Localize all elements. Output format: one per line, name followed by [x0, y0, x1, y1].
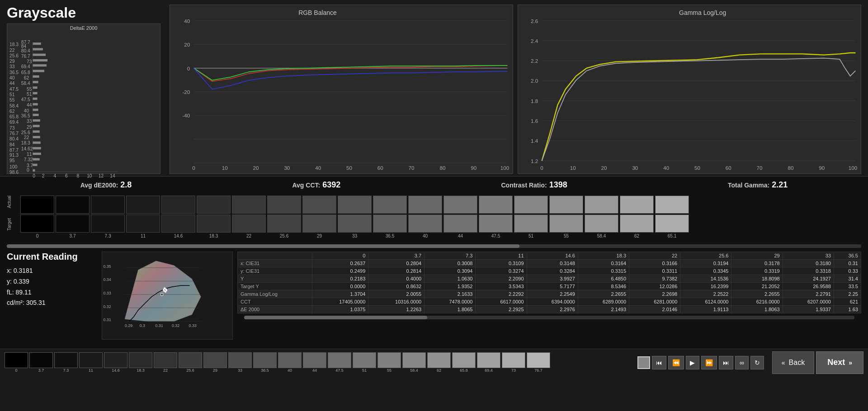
control-swatch[interactable] — [527, 352, 550, 368]
data-table: 03.77.31114.618.32225.6293336.5x: CIE310… — [237, 252, 861, 313]
table-cell: 0.3319 — [731, 267, 783, 275]
rewind-btn[interactable]: ⏮ — [652, 356, 666, 369]
control-swatch-group[interactable]: 47.5 — [328, 352, 351, 373]
swatch-actual — [549, 196, 583, 214]
control-swatch-group[interactable]: 25.6 — [179, 352, 202, 373]
control-swatch[interactable] — [402, 352, 426, 368]
control-swatch[interactable] — [104, 352, 127, 368]
svg-rect-52 — [33, 64, 47, 66]
control-swatch[interactable] — [79, 352, 103, 368]
svg-rect-42 — [33, 119, 40, 121]
control-swatch-group[interactable]: 73 — [502, 352, 525, 373]
table-cell: 2.2655 — [731, 290, 783, 298]
control-swatch-label: 76.7 — [534, 368, 542, 373]
back-button[interactable]: « Back — [772, 351, 814, 374]
swatch-actual — [20, 196, 54, 214]
control-swatch[interactable] — [29, 352, 53, 368]
control-swatch-group[interactable]: 62 — [427, 352, 451, 373]
svg-rect-51 — [33, 70, 44, 72]
control-swatch[interactable] — [179, 352, 202, 368]
swatch-target — [620, 215, 654, 233]
control-swatch[interactable] — [328, 352, 351, 368]
control-swatch[interactable] — [203, 352, 227, 368]
svg-text:8: 8 — [77, 173, 80, 178]
next-button[interactable]: Next » — [816, 351, 863, 374]
control-swatch-group[interactable]: 69.4 — [477, 352, 500, 373]
control-swatch-group[interactable]: 58.4 — [402, 352, 426, 373]
control-swatch[interactable] — [303, 352, 326, 368]
control-swatch-group[interactable]: 18.3 — [129, 352, 152, 373]
table-cell: 33.5 — [834, 283, 861, 290]
control-swatch-group[interactable]: 33 — [228, 352, 252, 373]
table-row: x: CIE310.26370.28040.30080.31090.31480.… — [238, 260, 861, 267]
swatches-scrollbar[interactable] — [0, 243, 868, 249]
table-cell: 10316.0000 — [368, 298, 425, 306]
control-swatch[interactable] — [129, 352, 152, 368]
control-swatch[interactable] — [353, 352, 376, 368]
control-swatch[interactable] — [477, 352, 500, 368]
svg-rect-53 — [33, 59, 47, 61]
control-swatch-group[interactable]: 3.7 — [29, 352, 53, 373]
control-swatch-group[interactable]: 0 — [5, 352, 28, 373]
swatch-target — [549, 215, 583, 233]
control-swatch-group[interactable]: 51 — [353, 352, 376, 373]
control-swatch-group[interactable]: 76.7 — [527, 352, 550, 373]
svg-text:29: 29 — [27, 125, 32, 130]
svg-text:90: 90 — [471, 165, 476, 171]
svg-text:69.4: 69.4 — [9, 120, 19, 125]
swatch-target — [197, 215, 231, 233]
table-cell: 0.3008 — [425, 260, 476, 267]
swatch-actual — [197, 196, 231, 214]
control-swatch[interactable] — [228, 352, 252, 368]
table-cell: 0.4000 — [368, 275, 425, 283]
fl-value: fL: 89.11 — [7, 287, 97, 298]
control-swatch[interactable] — [5, 352, 28, 368]
control-swatch[interactable] — [427, 352, 451, 368]
control-swatch-group[interactable]: 11 — [79, 352, 103, 373]
control-swatch-group[interactable]: 36.5 — [253, 352, 277, 373]
control-swatch-label: 29 — [213, 368, 217, 373]
control-swatch-group[interactable]: 29 — [203, 352, 227, 373]
swatch-column: 55 — [549, 196, 583, 238]
control-swatch-group[interactable]: 44 — [303, 352, 326, 373]
cd-value: cd/m²: 305.31 — [7, 298, 97, 308]
forward-frame-btn[interactable]: ⏩ — [701, 356, 717, 369]
svg-text:80: 80 — [439, 165, 445, 171]
control-swatch-group[interactable]: 7.3 — [54, 352, 78, 373]
control-swatch[interactable] — [502, 352, 525, 368]
control-swatch[interactable] — [377, 352, 401, 368]
table-cell: 0.3094 — [425, 267, 476, 275]
swatches-section: Actual Target 03.77.31114.618.32225.6293… — [0, 193, 868, 243]
control-swatch-group[interactable]: 14.6 — [104, 352, 127, 373]
deltae-chart: 0 3.7 7.32 11 14.62 18.3 22 25.6 29 33 3… — [7, 32, 160, 182]
table-cell: 2.0146 — [629, 306, 680, 313]
play-btn[interactable]: ▶ — [686, 356, 699, 369]
control-swatch[interactable] — [54, 352, 78, 368]
refresh-btn[interactable]: ↻ — [750, 356, 764, 369]
control-swatch[interactable] — [278, 352, 302, 368]
control-swatch-group[interactable]: 65.8 — [452, 352, 476, 373]
svg-text:50: 50 — [346, 165, 352, 171]
table-cell: 1.8065 — [425, 306, 476, 313]
infinity-btn[interactable]: ∞ — [735, 356, 749, 369]
table-scrollbar[interactable] — [237, 314, 861, 321]
control-swatch-group[interactable]: 55 — [377, 352, 401, 373]
control-swatch[interactable] — [154, 352, 177, 368]
svg-text:84: 84 — [9, 142, 15, 147]
end-btn[interactable]: ⏭ — [719, 356, 733, 369]
control-swatch[interactable] — [452, 352, 476, 368]
svg-text:25.6: 25.6 — [21, 130, 30, 135]
control-swatch-group[interactable]: 22 — [154, 352, 177, 373]
gamma-chart: Gamma Log/Log 2.6 2.4 2.2 2.0 1.8 — [518, 5, 861, 173]
svg-text:Gamma Log/Log: Gamma Log/Log — [679, 9, 726, 16]
control-swatch-label: 65.8 — [460, 368, 468, 373]
svg-text:-20: -20 — [182, 89, 190, 95]
svg-text:95: 95 — [9, 158, 15, 163]
table-cell: 2.2090 — [476, 275, 527, 283]
control-swatch[interactable] — [253, 352, 277, 368]
svg-text:44: 44 — [27, 103, 32, 108]
svg-rect-41 — [33, 125, 39, 127]
table-cell: 0.3166 — [629, 260, 680, 267]
rewind-frame-btn[interactable]: ⏪ — [668, 356, 684, 369]
control-swatch-group[interactable]: 40 — [278, 352, 302, 373]
